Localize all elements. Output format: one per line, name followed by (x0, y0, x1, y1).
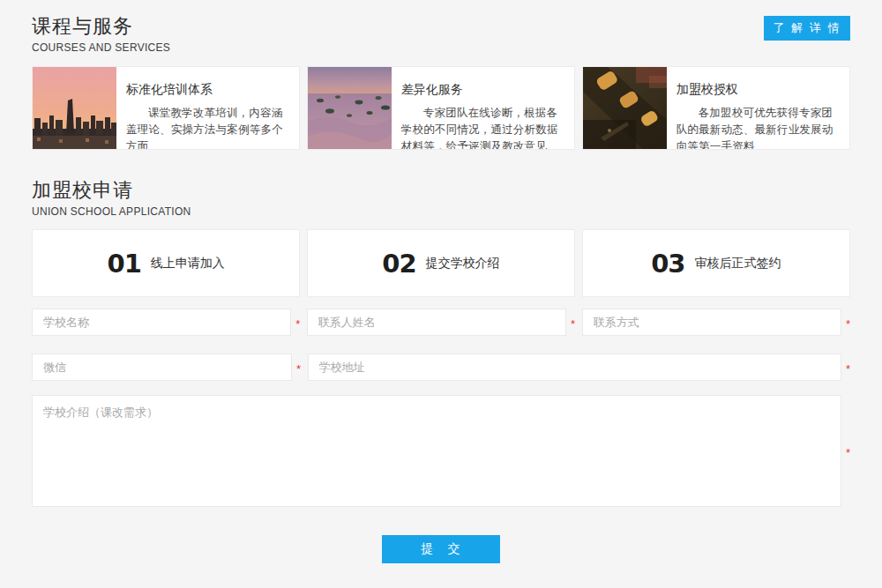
step-number: 03 (651, 249, 684, 279)
field-school-name: * (32, 309, 300, 336)
card-description: 课堂教学改革培训，内容涵盖理论、实操方法与案例等多个方面 (126, 105, 290, 150)
learn-more-button[interactable]: 了 解 详 情 (764, 16, 850, 41)
required-asterisk: * (295, 317, 300, 329)
courses-section-header: 课程与服务 COURSES AND SERVICES 了 解 详 情 (32, 0, 850, 54)
card-description: 各加盟校可优先获得专家团队的最新动态、最新行业发展动向等第一手资料 (676, 105, 841, 150)
card-franchise-authorization: 加盟校授权 各加盟校可优先获得专家团队的最新动态、最新行业发展动向等第一手资料 (582, 66, 850, 150)
card-title: 标准化培训体系 (126, 82, 290, 98)
application-section-header: 加盟校申请 UNION SCHOOL APPLICATION (32, 150, 850, 218)
contact-method-input[interactable] (582, 309, 841, 336)
courses-subtitle: COURSES AND SERVICES (32, 41, 850, 54)
service-cards-row: 标准化培训体系 课堂教学改革培训，内容涵盖理论、实操方法与案例等多个方面 (32, 66, 850, 150)
school-address-input[interactable] (308, 354, 842, 381)
form-row-3: * (32, 395, 850, 507)
card-description: 专家团队在线诊断，根据各学校的不同情况，通过分析数据材料等，给予评测及教改意见 (401, 105, 565, 150)
field-contact-name: * (307, 309, 575, 336)
required-asterisk: * (846, 446, 850, 458)
wechat-input[interactable] (32, 354, 292, 381)
field-wechat: * (32, 354, 301, 381)
card-title: 差异化服务 (401, 82, 565, 98)
application-form: * * * * * * (32, 309, 850, 563)
field-contact-method: * (582, 309, 850, 336)
desert-dusk-image (308, 67, 392, 150)
application-title: 加盟校申请 (32, 177, 850, 204)
step-number: 01 (107, 249, 140, 279)
card-title: 加盟校授权 (676, 82, 841, 98)
card-standard-training: 标准化培训体系 课堂教学改革培训，内容涵盖理论、实操方法与案例等多个方面 (32, 66, 300, 150)
card-differentiated-service: 差异化服务 专家团队在线诊断，根据各学校的不同情况，通过分析数据材料等，给予评测… (307, 66, 575, 150)
field-school-intro: * (32, 395, 850, 507)
film-strip-image (583, 67, 667, 150)
step-2-submit-intro: 02 提交学校介绍 (307, 229, 575, 297)
step-label: 提交学校介绍 (426, 256, 500, 272)
step-label: 审核后正式签约 (695, 256, 781, 272)
form-row-1: * * * (32, 309, 850, 336)
school-name-input[interactable] (32, 309, 291, 336)
school-intro-textarea[interactable] (32, 395, 841, 507)
step-number: 02 (382, 249, 415, 279)
form-row-2: * * (32, 354, 850, 381)
submit-row: 提 交 (32, 535, 850, 563)
courses-title: 课程与服务 (32, 13, 850, 40)
application-steps-row: 01 线上申请加入 02 提交学校介绍 03 审核后正式签约 (32, 229, 850, 297)
page-container: 课程与服务 COURSES AND SERVICES 了 解 详 情 (31, 0, 851, 563)
required-asterisk: * (571, 317, 575, 329)
city-sunset-image (33, 67, 116, 150)
step-label: 线上申请加入 (151, 256, 225, 272)
required-asterisk: * (846, 317, 850, 329)
required-asterisk: * (846, 362, 850, 374)
submit-button[interactable]: 提 交 (382, 535, 500, 563)
step-3-sign-contract: 03 审核后正式签约 (582, 229, 850, 297)
application-subtitle: UNION SCHOOL APPLICATION (32, 205, 850, 218)
required-asterisk: * (296, 362, 301, 374)
step-1-online-apply: 01 线上申请加入 (32, 229, 300, 297)
contact-name-input[interactable] (307, 309, 566, 336)
field-school-address: * (308, 354, 851, 381)
